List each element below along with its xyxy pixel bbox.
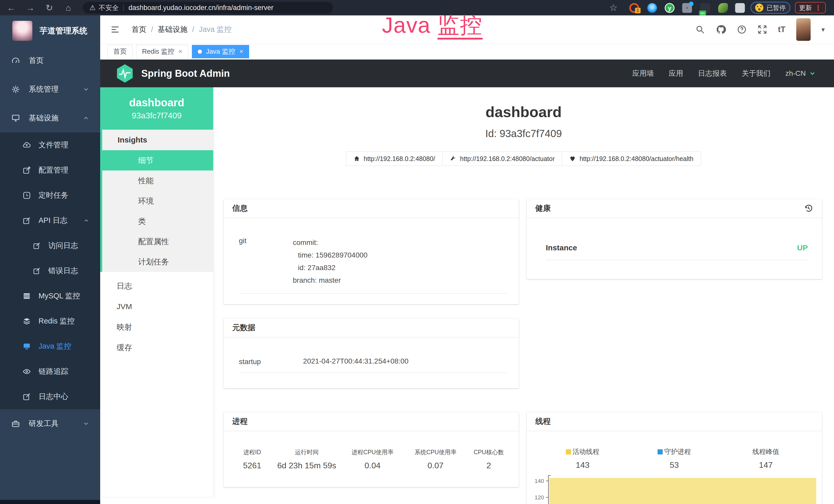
- extension-dark-icon[interactable]: on: [700, 3, 710, 13]
- subnav-item-metrics[interactable]: 性能: [102, 170, 213, 191]
- extension-ring-icon[interactable]: 1: [629, 3, 639, 13]
- collapse-sidebar-icon[interactable]: [110, 24, 120, 35]
- tab-home[interactable]: 首页: [107, 45, 133, 58]
- log-edit-icon: [33, 242, 41, 250]
- extension-grid-icon[interactable]: [682, 3, 692, 13]
- extension-pin-icon[interactable]: [647, 3, 657, 13]
- profile-paused-pill[interactable]: 已暂停: [750, 2, 790, 14]
- sidebar-item-devtools[interactable]: 研发工具: [0, 409, 100, 438]
- github-icon[interactable]: [716, 24, 726, 35]
- sidebar-item-file[interactable]: 文件管理: [0, 133, 100, 158]
- sidebar-item-infra[interactable]: 基础设施: [0, 104, 100, 133]
- subnav-item-jvm[interactable]: JVM: [100, 296, 213, 317]
- font-size-icon[interactable]: tT: [778, 25, 786, 34]
- subnav-item-configprops[interactable]: 配置属性: [102, 231, 213, 252]
- legend-daemon-threads[interactable]: 守护进程: [658, 447, 691, 456]
- breadcrumb-home[interactable]: 首页: [132, 24, 147, 35]
- sidebar-item-apilog[interactable]: API 日志: [0, 208, 100, 233]
- cpu-cores-value: 2: [466, 461, 511, 471]
- legend-yellow-swatch-icon: [566, 449, 571, 455]
- sba-brand[interactable]: Spring Boot Admin: [141, 68, 230, 79]
- process-pid-value: 5261: [231, 461, 273, 471]
- paused-label: 已暂停: [766, 4, 786, 12]
- subnav-item-logs[interactable]: 日志: [100, 276, 213, 296]
- extension-badge: 1: [635, 8, 641, 13]
- url-text: dashboard.yudao.iocoder.cn/infra/admin-s…: [128, 4, 273, 12]
- sba-nav-about[interactable]: 关于我们: [742, 69, 771, 78]
- breadcrumb-infra[interactable]: 基础设施: [158, 24, 188, 35]
- sba-language-select[interactable]: zh-CN: [786, 69, 816, 77]
- sidebar-item-redis[interactable]: Redis 监控: [0, 308, 100, 334]
- forward-icon[interactable]: →: [23, 0, 38, 16]
- tab-redis[interactable]: Redis 监控 ×: [136, 45, 188, 58]
- row-divider: [239, 293, 507, 294]
- more-menu-icon[interactable]: ⋮: [814, 4, 822, 12]
- reload-icon[interactable]: ↻: [42, 0, 57, 16]
- subnav-item-env[interactable]: 环境: [102, 191, 213, 211]
- user-menu-caret-icon[interactable]: ▾: [821, 26, 825, 33]
- sidebar-item-java[interactable]: Java 监控: [0, 334, 100, 359]
- sidebar-item-errorlog[interactable]: 错误日志: [0, 258, 100, 283]
- card-title: 元数据: [232, 322, 255, 333]
- sidebar-item-config[interactable]: 配置管理: [0, 158, 100, 183]
- service-url: http://192.168.0.2:48080/: [364, 155, 435, 162]
- git-time-line: time: 1596289704000: [293, 249, 507, 261]
- security-label[interactable]: 不安全: [98, 3, 119, 12]
- subnav-item-details[interactable]: 细节: [102, 150, 213, 170]
- legend-live-threads[interactable]: 活动线程: [566, 447, 599, 456]
- git-commit-line: commit:: [293, 236, 507, 249]
- subnav-item-classes[interactable]: 类: [102, 211, 213, 231]
- card-title: 线程: [535, 416, 551, 427]
- breadcrumb-current: Java 监控: [199, 24, 232, 35]
- sidebar-item-system[interactable]: 系统管理: [0, 75, 100, 104]
- cloud-upload-icon: [23, 141, 31, 149]
- fullscreen-icon[interactable]: [758, 25, 767, 35]
- update-label: 更新: [799, 4, 812, 12]
- layers-icon: [23, 317, 31, 325]
- eye-icon: [23, 367, 31, 375]
- close-icon[interactable]: ×: [239, 47, 243, 55]
- sidebar-item-label: MySQL 监控: [39, 291, 80, 301]
- close-icon[interactable]: ×: [178, 47, 182, 55]
- search-icon[interactable]: [695, 25, 705, 35]
- browser-home-icon[interactable]: ⌂: [61, 0, 76, 16]
- sidebar: 芋道管理系统 首页 系统管理 基础设施 文件管理 配置管理: [0, 16, 100, 504]
- extension-puzzle-icon[interactable]: [735, 3, 745, 13]
- extension-y-icon[interactable]: y: [665, 3, 675, 13]
- gauge-icon: [11, 56, 20, 65]
- update-button[interactable]: 更新 ⋮: [795, 2, 826, 13]
- subnav-item-mappings[interactable]: 映射: [100, 317, 213, 337]
- sidebar-item-trace[interactable]: 链路追踪: [0, 359, 100, 384]
- sidebar-item-job[interactable]: 定时任务: [0, 183, 100, 208]
- service-url-link[interactable]: http://192.168.0.2:48080/: [346, 152, 443, 166]
- sidebar-item-label: Java 监控: [39, 341, 71, 351]
- info-card: 信息 git commit: time: 1596289704000 id: 2…: [223, 199, 519, 304]
- sidebar-item-logcenter[interactable]: 日志中心: [0, 384, 100, 409]
- y-axis-tick: 140: [527, 478, 544, 484]
- extension-leaf-icon[interactable]: [718, 3, 728, 13]
- sba-nav-wallboard[interactable]: 应用墙: [632, 69, 654, 78]
- log-edit-icon: [33, 267, 41, 275]
- actuator-url-link[interactable]: http://192.168.0.2:48080/actuator: [442, 152, 562, 166]
- health-url-link[interactable]: http://192.168.0.2:48080/actuator/health: [562, 152, 701, 166]
- sidebar-logo[interactable]: 芋道管理系统: [0, 16, 100, 46]
- y-axis-tickmark: [546, 497, 548, 498]
- address-bar[interactable]: ⚠ 不安全 dashboard.yudao.iocoder.cn/infra/a…: [83, 2, 333, 14]
- back-icon[interactable]: ←: [4, 0, 19, 16]
- legend-label: 活动线程: [572, 447, 599, 456]
- sidebar-item-home[interactable]: 首页: [0, 46, 100, 75]
- sidebar-item-accesslog[interactable]: 访问日志: [0, 233, 100, 258]
- sba-nav-journal[interactable]: 日志报表: [698, 69, 727, 78]
- subnav-item-scheduledtasks[interactable]: 计划任务: [102, 252, 213, 272]
- subnav-item-caches[interactable]: 缓存: [100, 337, 213, 358]
- history-icon[interactable]: [804, 204, 813, 213]
- sba-nav-applications[interactable]: 应用: [669, 69, 683, 78]
- tab-java[interactable]: Java 监控 ×: [192, 45, 249, 58]
- sidebar-item-label: 文件管理: [39, 140, 68, 150]
- y-axis-line: [548, 475, 549, 504]
- bookmark-star-icon[interactable]: ☆: [609, 0, 617, 16]
- sidebar-item-mysql[interactable]: MySQL 监控: [0, 283, 100, 308]
- user-avatar[interactable]: [796, 18, 811, 41]
- health-instance-label[interactable]: Instance: [546, 244, 577, 252]
- help-icon[interactable]: [737, 25, 747, 35]
